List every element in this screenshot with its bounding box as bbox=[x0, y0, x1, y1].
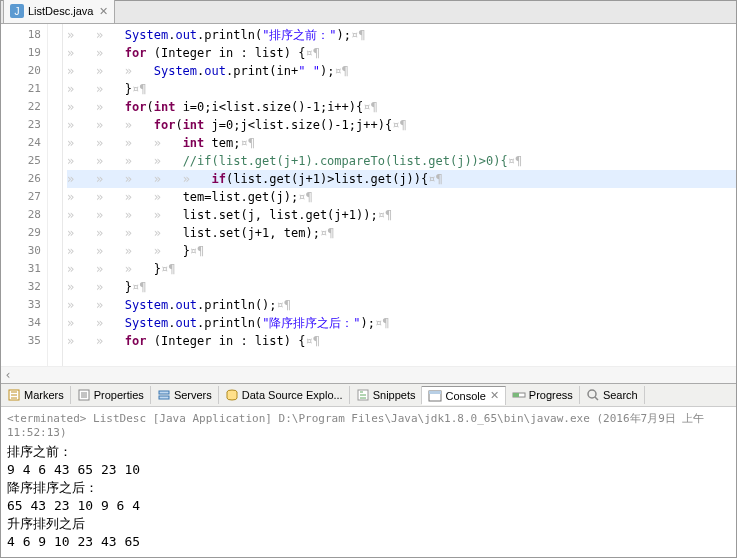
view-tab-label: Search bbox=[603, 389, 638, 401]
line-number: 30 bbox=[1, 242, 41, 260]
console-line: 4 6 9 10 23 43 65 bbox=[7, 533, 730, 551]
code-line[interactable]: » » System.out.println("降序排序之后：");¤¶ bbox=[67, 314, 736, 332]
line-number-gutter: 181920212223242526272829303132333435 bbox=[1, 24, 48, 366]
view-tab-console[interactable]: Console✕ bbox=[422, 386, 505, 405]
line-number: 25 bbox=[1, 152, 41, 170]
code-line[interactable]: » » » for(int j=0;j<list.size()-1;j++){¤… bbox=[67, 116, 736, 134]
line-number: 31 bbox=[1, 260, 41, 278]
console-panel: <terminated> ListDesc [Java Application]… bbox=[1, 406, 736, 557]
close-icon[interactable]: ✕ bbox=[99, 5, 108, 18]
view-tab-label: Snippets bbox=[373, 389, 416, 401]
java-file-icon: J bbox=[10, 4, 24, 18]
fold-gutter bbox=[48, 24, 63, 366]
console-line: 排序之前： bbox=[7, 443, 730, 461]
marker-icon bbox=[7, 388, 21, 402]
ide-window: J ListDesc.java ✕ 1819202122232425262728… bbox=[0, 0, 737, 558]
code-line[interactable]: » » » » » if(list.get(j+1)>list.get(j)){… bbox=[67, 170, 736, 188]
code-line[interactable]: » » for (Integer in : list) {¤¶ bbox=[67, 44, 736, 62]
snip-icon bbox=[356, 388, 370, 402]
code-line[interactable]: » » for(int i=0;i<list.size()-1;i++){¤¶ bbox=[67, 98, 736, 116]
view-tab-snip[interactable]: Snippets bbox=[350, 386, 423, 404]
line-number: 33 bbox=[1, 296, 41, 314]
code-line[interactable]: » » » System.out.print(in+" ");¤¶ bbox=[67, 62, 736, 80]
code-line[interactable]: » » » }¤¶ bbox=[67, 260, 736, 278]
svg-rect-2 bbox=[159, 391, 169, 394]
line-number: 24 bbox=[1, 134, 41, 152]
line-number: 28 bbox=[1, 206, 41, 224]
view-tab-label: Console bbox=[445, 390, 485, 402]
console-line: 升序排列之后 bbox=[7, 515, 730, 533]
view-tab-servers[interactable]: Servers bbox=[151, 386, 219, 404]
line-number: 29 bbox=[1, 224, 41, 242]
line-number: 27 bbox=[1, 188, 41, 206]
code-line[interactable]: » » » » tem=list.get(j);¤¶ bbox=[67, 188, 736, 206]
code-line[interactable]: » » }¤¶ bbox=[67, 80, 736, 98]
svg-rect-7 bbox=[429, 391, 441, 394]
code-line[interactable]: » » System.out.println();¤¶ bbox=[67, 296, 736, 314]
props-icon bbox=[77, 388, 91, 402]
line-number: 21 bbox=[1, 80, 41, 98]
search-icon bbox=[586, 388, 600, 402]
servers-icon bbox=[157, 388, 171, 402]
tab-label: ListDesc.java bbox=[28, 5, 93, 17]
line-number: 32 bbox=[1, 278, 41, 296]
console-icon bbox=[428, 389, 442, 403]
progress-icon bbox=[512, 388, 526, 402]
console-line: 降序排序之后： bbox=[7, 479, 730, 497]
code-line[interactable]: » » » » list.set(j+1, tem);¤¶ bbox=[67, 224, 736, 242]
view-tab-search[interactable]: Search bbox=[580, 386, 645, 404]
view-tab-marker[interactable]: Markers bbox=[1, 386, 71, 404]
code-line[interactable]: » » » » int tem;¤¶ bbox=[67, 134, 736, 152]
editor-tabbar: J ListDesc.java ✕ bbox=[1, 1, 736, 24]
view-tab-label: Properties bbox=[94, 389, 144, 401]
line-number: 18 bbox=[1, 26, 41, 44]
line-number: 26 bbox=[1, 170, 41, 188]
code-line[interactable]: » » » » //if(list.get(j+1).compareTo(lis… bbox=[67, 152, 736, 170]
console-process-label: <terminated> ListDesc [Java Application]… bbox=[1, 407, 736, 443]
console-line: 9 4 6 43 65 23 10 bbox=[7, 461, 730, 479]
code-line[interactable]: » » » » list.set(j, list.get(j+1));¤¶ bbox=[67, 206, 736, 224]
view-tab-dse[interactable]: Data Source Explo... bbox=[219, 386, 350, 404]
code-line[interactable]: » » }¤¶ bbox=[67, 278, 736, 296]
line-number: 20 bbox=[1, 62, 41, 80]
views-tabbar: MarkersPropertiesServersData Source Expl… bbox=[1, 383, 736, 406]
console-line: 65 43 23 10 9 6 4 bbox=[7, 497, 730, 515]
view-tab-label: Markers bbox=[24, 389, 64, 401]
line-number: 34 bbox=[1, 314, 41, 332]
code-line[interactable]: » » » » }¤¶ bbox=[67, 242, 736, 260]
svg-point-10 bbox=[588, 390, 596, 398]
view-tab-progress[interactable]: Progress bbox=[506, 386, 580, 404]
code-editor[interactable]: » » System.out.println("排序之前：");¤¶» » fo… bbox=[63, 24, 736, 366]
editor-scrollbar[interactable]: ‹ bbox=[1, 366, 736, 383]
line-number: 23 bbox=[1, 116, 41, 134]
view-tab-label: Progress bbox=[529, 389, 573, 401]
view-tab-label: Servers bbox=[174, 389, 212, 401]
svg-rect-3 bbox=[159, 396, 169, 399]
scroll-left-icon[interactable]: ‹ bbox=[1, 368, 15, 382]
line-number: 22 bbox=[1, 98, 41, 116]
svg-rect-9 bbox=[513, 393, 519, 397]
view-tab-props[interactable]: Properties bbox=[71, 386, 151, 404]
view-tab-label: Data Source Explo... bbox=[242, 389, 343, 401]
console-output[interactable]: 排序之前：9 4 6 43 65 23 10 降序排序之后：65 43 23 1… bbox=[1, 443, 736, 551]
code-line[interactable]: » » for (Integer in : list) {¤¶ bbox=[67, 332, 736, 350]
close-icon[interactable]: ✕ bbox=[490, 389, 499, 402]
line-number: 35 bbox=[1, 332, 41, 350]
line-number: 19 bbox=[1, 44, 41, 62]
dse-icon bbox=[225, 388, 239, 402]
editor-area: 181920212223242526272829303132333435 » »… bbox=[1, 24, 736, 366]
editor-tab[interactable]: J ListDesc.java ✕ bbox=[3, 0, 115, 23]
code-line[interactable]: » » System.out.println("排序之前：");¤¶ bbox=[67, 26, 736, 44]
